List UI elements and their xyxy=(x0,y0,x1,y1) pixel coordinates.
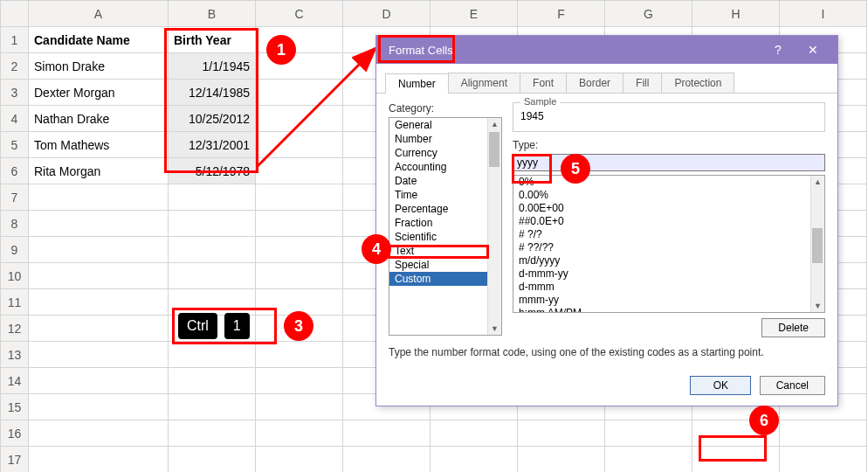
row-header-14[interactable]: 14 xyxy=(1,368,29,394)
cell[interactable] xyxy=(256,80,343,106)
category-item[interactable]: General xyxy=(389,118,501,132)
cell-B2[interactable]: 1/1/1945 xyxy=(169,53,256,80)
type-input[interactable] xyxy=(513,154,825,171)
cell[interactable] xyxy=(29,184,169,211)
format-code-item[interactable]: d-mmm-yy xyxy=(513,267,824,281)
row-header-13[interactable]: 13 xyxy=(1,342,29,368)
category-list[interactable]: General Number Currency Accounting Date … xyxy=(389,117,502,336)
col-header-B[interactable]: B xyxy=(169,1,256,27)
cell[interactable] xyxy=(431,447,518,473)
format-code-item[interactable]: 0.00% xyxy=(513,189,824,202)
cell[interactable] xyxy=(29,289,169,316)
tab-alignment[interactable]: Alignment xyxy=(448,73,520,93)
cell-B6[interactable]: 5/12/1978 xyxy=(169,158,256,184)
cell[interactable] xyxy=(256,211,343,237)
cell[interactable] xyxy=(692,447,780,473)
cell[interactable] xyxy=(256,158,343,184)
cell[interactable] xyxy=(169,184,256,211)
cell[interactable] xyxy=(169,394,256,420)
col-header-A[interactable]: A xyxy=(29,1,169,27)
cell[interactable] xyxy=(256,106,343,132)
cell[interactable] xyxy=(518,420,605,447)
cell-A2[interactable]: Simon Drake xyxy=(29,53,169,80)
category-item[interactable]: Time xyxy=(389,188,501,202)
tab-number[interactable]: Number xyxy=(385,73,449,94)
cell[interactable] xyxy=(431,420,518,447)
cell[interactable] xyxy=(343,420,431,447)
close-button[interactable]: ✕ xyxy=(796,43,830,57)
tab-protection[interactable]: Protection xyxy=(661,73,734,93)
help-button[interactable]: ? xyxy=(761,43,796,57)
cell[interactable] xyxy=(29,211,169,237)
row-header-12[interactable]: 12 xyxy=(1,316,29,342)
cell[interactable] xyxy=(256,368,343,394)
cell[interactable] xyxy=(29,237,169,263)
cell[interactable] xyxy=(29,263,169,289)
cell[interactable] xyxy=(169,368,256,394)
cell-B4[interactable]: 10/25/2012 xyxy=(169,106,256,132)
row-header-6[interactable]: 6 xyxy=(1,158,29,184)
cell[interactable] xyxy=(605,447,692,473)
category-item[interactable]: Number xyxy=(389,132,501,146)
dialog-titlebar[interactable]: Format Cells ? ✕ xyxy=(376,36,837,64)
cell[interactable] xyxy=(29,368,169,394)
cell[interactable] xyxy=(29,316,169,342)
cell[interactable] xyxy=(256,394,343,420)
row-header-4[interactable]: 4 xyxy=(1,106,29,132)
row-header-15[interactable]: 15 xyxy=(1,394,29,420)
cell[interactable] xyxy=(169,420,256,447)
format-code-item[interactable]: 0.00E+00 xyxy=(513,202,824,215)
category-item[interactable]: Accounting xyxy=(389,160,501,174)
cell[interactable] xyxy=(605,420,692,447)
category-item[interactable]: Percentage xyxy=(389,202,501,216)
row-header-16[interactable]: 16 xyxy=(1,420,29,447)
cell[interactable] xyxy=(169,447,256,473)
row-header-7[interactable]: 7 xyxy=(1,184,29,211)
row-header-17[interactable]: 17 xyxy=(1,447,29,473)
format-code-item[interactable]: m/d/yyyy xyxy=(513,254,824,267)
row-header-10[interactable]: 10 xyxy=(1,263,29,289)
tab-font[interactable]: Font xyxy=(520,73,567,93)
format-code-item[interactable]: d-mmm xyxy=(513,281,824,294)
cell-B5[interactable]: 12/31/2001 xyxy=(169,132,256,158)
category-item[interactable]: Scientific xyxy=(389,230,501,244)
row-header-11[interactable]: 11 xyxy=(1,289,29,316)
category-item[interactable]: Text xyxy=(389,244,501,258)
cell-B1[interactable]: Birth Year xyxy=(169,27,256,53)
col-header-H[interactable]: H xyxy=(692,1,780,27)
cell[interactable] xyxy=(169,211,256,237)
cell[interactable] xyxy=(29,342,169,368)
row-header-5[interactable]: 5 xyxy=(1,132,29,158)
tab-fill[interactable]: Fill xyxy=(623,73,662,93)
cell[interactable] xyxy=(256,263,343,289)
cancel-button[interactable]: Cancel xyxy=(760,376,825,395)
cell-A1[interactable]: Candidate Name xyxy=(29,27,169,53)
row-header-8[interactable]: 8 xyxy=(1,211,29,237)
col-header-E[interactable]: E xyxy=(431,1,518,27)
cell-A3[interactable]: Dexter Morgan xyxy=(29,80,169,106)
cell[interactable] xyxy=(256,184,343,211)
select-all-corner[interactable] xyxy=(1,1,29,27)
col-header-D[interactable]: D xyxy=(343,1,431,27)
row-header-3[interactable]: 3 xyxy=(1,80,29,106)
row-header-2[interactable]: 2 xyxy=(1,53,29,80)
category-item[interactable]: Special xyxy=(389,258,501,272)
cell[interactable] xyxy=(518,447,605,473)
col-header-G[interactable]: G xyxy=(605,1,692,27)
cell[interactable] xyxy=(169,237,256,263)
cell-B3[interactable]: 12/14/1985 xyxy=(169,80,256,106)
format-code-item[interactable]: ##0.0E+0 xyxy=(513,215,824,228)
cell[interactable] xyxy=(780,447,867,473)
category-scrollbar[interactable] xyxy=(487,118,501,335)
cell[interactable] xyxy=(29,394,169,420)
cell-A5[interactable]: Tom Mathews xyxy=(29,132,169,158)
cell-A6[interactable]: Rita Morgan xyxy=(29,158,169,184)
cell[interactable] xyxy=(256,447,343,473)
category-item-custom[interactable]: Custom xyxy=(389,272,501,286)
col-header-C[interactable]: C xyxy=(256,1,343,27)
format-code-item[interactable]: mmm-yy xyxy=(513,294,824,307)
format-code-item[interactable]: 0% xyxy=(513,176,824,189)
ok-button[interactable]: OK xyxy=(690,376,751,395)
row-header-9[interactable]: 9 xyxy=(1,237,29,263)
row-header-1[interactable]: 1 xyxy=(1,27,29,53)
